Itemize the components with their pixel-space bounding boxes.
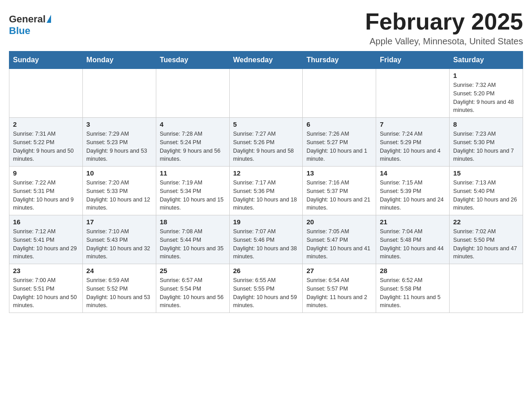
table-row: 25Sunrise: 6:57 AM Sunset: 5:54 PM Dayli… bbox=[156, 264, 229, 313]
day-info: Sunrise: 7:19 AM Sunset: 5:34 PM Dayligh… bbox=[160, 179, 226, 212]
day-info: Sunrise: 7:15 AM Sunset: 5:39 PM Dayligh… bbox=[380, 179, 446, 212]
day-number: 24 bbox=[86, 267, 152, 274]
day-number: 18 bbox=[160, 218, 226, 226]
calendar-week-row: 2Sunrise: 7:31 AM Sunset: 5:22 PM Daylig… bbox=[9, 118, 523, 167]
logo-general-text: General bbox=[9, 13, 46, 25]
table-row: 11Sunrise: 7:19 AM Sunset: 5:34 PM Dayli… bbox=[156, 167, 229, 215]
day-info: Sunrise: 7:10 AM Sunset: 5:43 PM Dayligh… bbox=[86, 227, 152, 261]
day-info: Sunrise: 6:55 AM Sunset: 5:55 PM Dayligh… bbox=[233, 276, 299, 310]
day-number: 13 bbox=[306, 169, 372, 177]
day-number: 28 bbox=[380, 267, 446, 274]
table-row: 26Sunrise: 6:55 AM Sunset: 5:55 PM Dayli… bbox=[229, 264, 303, 313]
table-row: 10Sunrise: 7:20 AM Sunset: 5:33 PM Dayli… bbox=[82, 167, 156, 215]
day-number: 3 bbox=[86, 120, 152, 128]
table-row: 14Sunrise: 7:15 AM Sunset: 5:39 PM Dayli… bbox=[376, 167, 450, 215]
day-info: Sunrise: 7:29 AM Sunset: 5:23 PM Dayligh… bbox=[86, 130, 152, 163]
day-number: 19 bbox=[233, 218, 299, 226]
table-row: 24Sunrise: 6:59 AM Sunset: 5:52 PM Dayli… bbox=[82, 264, 156, 313]
table-row: 16Sunrise: 7:12 AM Sunset: 5:41 PM Dayli… bbox=[9, 215, 83, 264]
table-row: 1Sunrise: 7:32 AM Sunset: 5:20 PM Daylig… bbox=[450, 69, 523, 118]
logo-text: General bbox=[9, 13, 51, 25]
day-number: 23 bbox=[13, 267, 79, 274]
table-row bbox=[303, 69, 376, 118]
day-info: Sunrise: 7:12 AM Sunset: 5:41 PM Dayligh… bbox=[13, 227, 79, 261]
day-number: 12 bbox=[233, 169, 299, 177]
calendar-week-row: 1Sunrise: 7:32 AM Sunset: 5:20 PM Daylig… bbox=[9, 69, 523, 118]
calendar-week-row: 9Sunrise: 7:22 AM Sunset: 5:31 PM Daylig… bbox=[9, 167, 523, 215]
day-info: Sunrise: 7:31 AM Sunset: 5:22 PM Dayligh… bbox=[13, 130, 79, 163]
day-info: Sunrise: 7:02 AM Sunset: 5:50 PM Dayligh… bbox=[453, 227, 519, 261]
day-number: 26 bbox=[233, 267, 299, 274]
col-thursday: Thursday bbox=[303, 51, 376, 69]
table-row: 5Sunrise: 7:27 AM Sunset: 5:26 PM Daylig… bbox=[229, 118, 303, 167]
col-monday: Monday bbox=[82, 51, 156, 69]
day-number: 14 bbox=[380, 169, 446, 177]
table-row: 7Sunrise: 7:24 AM Sunset: 5:29 PM Daylig… bbox=[376, 118, 450, 167]
table-row: 27Sunrise: 6:54 AM Sunset: 5:57 PM Dayli… bbox=[303, 264, 376, 313]
calendar-week-row: 23Sunrise: 7:00 AM Sunset: 5:51 PM Dayli… bbox=[9, 264, 523, 313]
table-row: 12Sunrise: 7:17 AM Sunset: 5:36 PM Dayli… bbox=[229, 167, 303, 215]
day-number: 22 bbox=[453, 218, 519, 226]
table-row: 8Sunrise: 7:23 AM Sunset: 5:30 PM Daylig… bbox=[450, 118, 523, 167]
table-row: 13Sunrise: 7:16 AM Sunset: 5:37 PM Dayli… bbox=[303, 167, 376, 215]
day-info: Sunrise: 7:22 AM Sunset: 5:31 PM Dayligh… bbox=[13, 179, 79, 212]
day-number: 8 bbox=[453, 120, 519, 128]
table-row bbox=[156, 69, 229, 118]
table-row: 6Sunrise: 7:26 AM Sunset: 5:27 PM Daylig… bbox=[303, 118, 376, 167]
logo-triangle-icon bbox=[47, 15, 51, 23]
calendar-week-row: 16Sunrise: 7:12 AM Sunset: 5:41 PM Dayli… bbox=[9, 215, 523, 264]
day-number: 20 bbox=[306, 218, 372, 226]
day-number: 1 bbox=[453, 72, 519, 79]
logo: General Blue bbox=[9, 9, 51, 37]
day-info: Sunrise: 6:54 AM Sunset: 5:57 PM Dayligh… bbox=[306, 276, 372, 310]
day-info: Sunrise: 7:27 AM Sunset: 5:26 PM Dayligh… bbox=[233, 130, 299, 163]
day-number: 6 bbox=[306, 120, 372, 128]
table-row: 22Sunrise: 7:02 AM Sunset: 5:50 PM Dayli… bbox=[450, 215, 523, 264]
table-row: 3Sunrise: 7:29 AM Sunset: 5:23 PM Daylig… bbox=[82, 118, 156, 167]
table-row bbox=[9, 69, 83, 118]
month-title: February 2025 bbox=[365, 9, 523, 34]
day-number: 7 bbox=[380, 120, 446, 128]
table-row: 17Sunrise: 7:10 AM Sunset: 5:43 PM Dayli… bbox=[82, 215, 156, 264]
calendar-header-row: Sunday Monday Tuesday Wednesday Thursday… bbox=[9, 51, 523, 69]
col-tuesday: Tuesday bbox=[156, 51, 229, 69]
table-row: 28Sunrise: 6:52 AM Sunset: 5:58 PM Dayli… bbox=[376, 264, 450, 313]
table-row: 9Sunrise: 7:22 AM Sunset: 5:31 PM Daylig… bbox=[9, 167, 83, 215]
day-info: Sunrise: 7:32 AM Sunset: 5:20 PM Dayligh… bbox=[453, 81, 519, 115]
table-row: 18Sunrise: 7:08 AM Sunset: 5:44 PM Dayli… bbox=[156, 215, 229, 264]
table-row bbox=[376, 69, 450, 118]
table-row: 23Sunrise: 7:00 AM Sunset: 5:51 PM Dayli… bbox=[9, 264, 83, 313]
table-row bbox=[82, 69, 156, 118]
day-info: Sunrise: 7:26 AM Sunset: 5:27 PM Dayligh… bbox=[306, 130, 372, 163]
table-row: 19Sunrise: 7:07 AM Sunset: 5:46 PM Dayli… bbox=[229, 215, 303, 264]
table-row: 2Sunrise: 7:31 AM Sunset: 5:22 PM Daylig… bbox=[9, 118, 83, 167]
day-number: 17 bbox=[86, 218, 152, 226]
day-info: Sunrise: 7:08 AM Sunset: 5:44 PM Dayligh… bbox=[160, 227, 226, 261]
table-row bbox=[450, 264, 523, 313]
table-row: 20Sunrise: 7:05 AM Sunset: 5:47 PM Dayli… bbox=[303, 215, 376, 264]
day-info: Sunrise: 7:05 AM Sunset: 5:47 PM Dayligh… bbox=[306, 227, 372, 261]
day-number: 10 bbox=[86, 169, 152, 177]
table-row bbox=[229, 69, 303, 118]
day-number: 9 bbox=[13, 169, 79, 177]
day-info: Sunrise: 7:24 AM Sunset: 5:29 PM Dayligh… bbox=[380, 130, 446, 163]
table-row: 21Sunrise: 7:04 AM Sunset: 5:48 PM Dayli… bbox=[376, 215, 450, 264]
col-friday: Friday bbox=[376, 51, 450, 69]
location-subtitle: Apple Valley, Minnesota, United States bbox=[365, 36, 523, 47]
table-row: 4Sunrise: 7:28 AM Sunset: 5:24 PM Daylig… bbox=[156, 118, 229, 167]
title-block: February 2025 Apple Valley, Minnesota, U… bbox=[365, 9, 523, 47]
day-info: Sunrise: 7:28 AM Sunset: 5:24 PM Dayligh… bbox=[160, 130, 226, 163]
day-info: Sunrise: 7:20 AM Sunset: 5:33 PM Dayligh… bbox=[86, 179, 152, 212]
col-sunday: Sunday bbox=[9, 51, 83, 69]
day-number: 16 bbox=[13, 218, 79, 226]
page-header: General Blue February 2025 Apple Valley,… bbox=[9, 9, 523, 47]
day-info: Sunrise: 7:13 AM Sunset: 5:40 PM Dayligh… bbox=[453, 179, 519, 212]
day-number: 15 bbox=[453, 169, 519, 177]
day-info: Sunrise: 7:04 AM Sunset: 5:48 PM Dayligh… bbox=[380, 227, 446, 261]
day-info: Sunrise: 7:16 AM Sunset: 5:37 PM Dayligh… bbox=[306, 179, 372, 212]
day-number: 11 bbox=[160, 169, 226, 177]
day-number: 25 bbox=[160, 267, 226, 274]
day-info: Sunrise: 7:17 AM Sunset: 5:36 PM Dayligh… bbox=[233, 179, 299, 212]
day-number: 21 bbox=[380, 218, 446, 226]
day-info: Sunrise: 7:00 AM Sunset: 5:51 PM Dayligh… bbox=[13, 276, 79, 310]
